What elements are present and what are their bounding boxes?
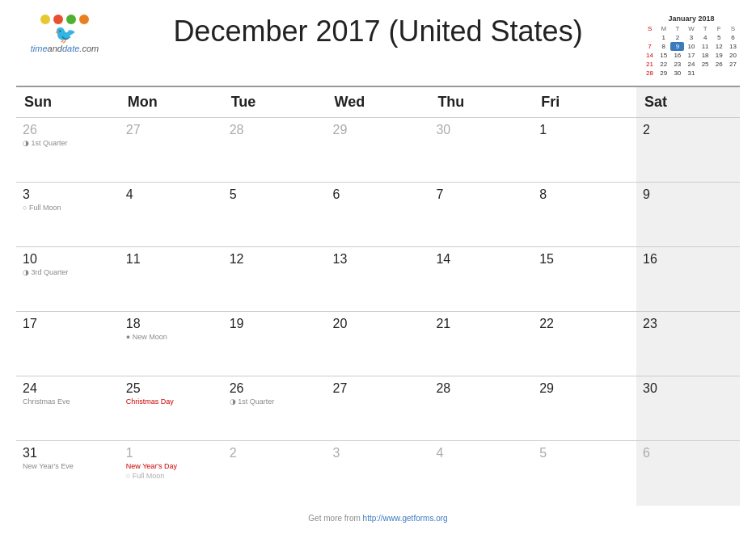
day-cell-dec15: 15 bbox=[533, 247, 636, 312]
mini-cell: 7 bbox=[643, 42, 657, 51]
logo-dots bbox=[40, 15, 89, 24]
day-cell-dec11: 11 bbox=[120, 247, 223, 312]
mini-cell: 22 bbox=[657, 60, 670, 69]
footer-link[interactable]: http://www.getforms.org bbox=[363, 514, 448, 523]
mini-cell: 9 bbox=[670, 42, 684, 51]
day-cell-jan4: 4 bbox=[429, 441, 533, 506]
day-cell-jan6: 6 bbox=[636, 441, 740, 506]
logo: 🐦 timeanddate.com bbox=[16, 15, 113, 53]
table-row: 17 18 ● New Moon 19 20 21 22 bbox=[16, 312, 740, 376]
day-cell-dec9: 9 bbox=[636, 183, 740, 247]
day-cell-nov30: 30 bbox=[429, 118, 533, 183]
day-cell-dec2: 2 bbox=[636, 118, 740, 183]
footer: Get more from http://www.getforms.org bbox=[0, 506, 756, 528]
day-cell-dec14: 14 bbox=[429, 247, 533, 312]
day-cell-dec28: 28 bbox=[429, 376, 533, 441]
day-cell-dec17: 17 bbox=[16, 312, 120, 376]
day-cell-dec18: 18 ● New Moon bbox=[120, 312, 223, 376]
day-cell-dec3: 3 ○ Full Moon bbox=[16, 183, 120, 247]
mini-cell: 20 bbox=[726, 51, 740, 60]
day-cell-dec16: 16 bbox=[636, 247, 740, 312]
day-cell-dec29: 29 bbox=[533, 376, 636, 441]
col-header-sun: Sun bbox=[16, 86, 120, 118]
mini-cell: 6 bbox=[726, 33, 740, 42]
mini-cell: 15 bbox=[657, 51, 670, 60]
mini-cell: 28 bbox=[643, 69, 657, 78]
col-header-thu: Thu bbox=[429, 86, 533, 118]
mini-cell: 18 bbox=[699, 51, 712, 60]
day-cell-dec21: 21 bbox=[429, 312, 533, 376]
day-cell-nov29: 29 bbox=[327, 118, 430, 183]
mini-cell: 21 bbox=[643, 60, 657, 69]
mini-cell bbox=[699, 69, 712, 78]
mini-cell: 16 bbox=[670, 51, 684, 60]
day-cell-jan5: 5 bbox=[533, 441, 636, 506]
calendar-table: Sun Mon Tue Wed Thu Fri Sat 26 ◑ 1st Qua… bbox=[16, 86, 740, 506]
day-cell-dec4: 4 bbox=[120, 183, 223, 247]
logo-dot-green bbox=[66, 15, 76, 24]
main-title: December 2017 (United States) bbox=[113, 15, 643, 48]
day-cell-nov26: 26 ◑ 1st Quarter bbox=[16, 118, 120, 183]
mini-cell: 30 bbox=[670, 69, 684, 78]
day-cell-dec26: 26 ◑ 1st Quarter bbox=[223, 376, 327, 441]
mini-cell: 3 bbox=[684, 33, 698, 42]
day-cell-jan2: 2 bbox=[223, 441, 327, 506]
day-cell-dec24: 24 Christmas Eve bbox=[16, 376, 120, 441]
day-cell-dec19: 19 bbox=[223, 312, 327, 376]
mini-cal-title: January 2018 bbox=[643, 15, 740, 23]
day-cell-dec12: 12 bbox=[223, 247, 327, 312]
day-cell-dec22: 22 bbox=[533, 312, 636, 376]
mini-cell: 8 bbox=[657, 42, 670, 51]
day-cell-dec1: 1 bbox=[533, 118, 636, 183]
logo-bird-icon: 🐦 bbox=[54, 26, 76, 44]
col-header-fri: Fri bbox=[533, 86, 636, 118]
logo-dot-red bbox=[53, 15, 63, 24]
col-header-mon: Mon bbox=[120, 86, 223, 118]
logo-dot-orange bbox=[79, 15, 89, 24]
mini-col-thu: T bbox=[699, 24, 712, 33]
mini-cell: 4 bbox=[699, 33, 712, 42]
calendar-title-area: December 2017 (United States) bbox=[113, 15, 643, 48]
day-cell-dec23: 23 bbox=[636, 312, 740, 376]
mini-col-wed: W bbox=[684, 24, 698, 33]
mini-col-tue: T bbox=[670, 24, 684, 33]
mini-calendar: January 2018 S M T W T F S bbox=[643, 15, 740, 78]
mini-cell: 25 bbox=[699, 60, 712, 69]
mini-cell: 2 bbox=[670, 33, 684, 42]
mini-cell: 1 bbox=[657, 33, 670, 42]
table-row: 31 New Year's Eve 1 New Year's Day ○ Ful… bbox=[16, 441, 740, 506]
table-row: 10 ◑ 3rd Quarter 11 12 13 14 15 bbox=[16, 247, 740, 312]
mini-cell: 29 bbox=[657, 69, 670, 78]
day-cell-dec27: 27 bbox=[327, 376, 430, 441]
day-cell-dec31: 31 New Year's Eve bbox=[16, 441, 120, 506]
day-cell-dec20: 20 bbox=[327, 312, 430, 376]
day-cell-jan3: 3 bbox=[327, 441, 430, 506]
mini-col-mon: M bbox=[657, 24, 670, 33]
day-cell-dec8: 8 bbox=[533, 183, 636, 247]
day-cell-dec13: 13 bbox=[327, 247, 430, 312]
mini-col-sun: S bbox=[643, 24, 657, 33]
day-cell-dec6: 6 bbox=[327, 183, 430, 247]
table-row: 26 ◑ 1st Quarter 27 28 29 30 1 bbox=[16, 118, 740, 183]
table-row: 3 ○ Full Moon 4 5 6 7 8 bbox=[16, 183, 740, 247]
col-header-wed: Wed bbox=[327, 86, 430, 118]
day-cell-dec30: 30 bbox=[636, 376, 740, 441]
mini-cell bbox=[726, 69, 740, 78]
mini-col-fri: F bbox=[712, 24, 726, 33]
day-cell-dec7: 7 bbox=[429, 183, 533, 247]
day-cell-dec25: 25 Christmas Day bbox=[120, 376, 223, 441]
day-cell-jan1: 1 New Year's Day ○ Full Moon bbox=[120, 441, 223, 506]
mini-cell: 12 bbox=[712, 42, 726, 51]
day-cell-dec5: 5 bbox=[223, 183, 327, 247]
footer-text: Get more from bbox=[308, 514, 362, 523]
table-row: 24 Christmas Eve 25 Christmas Day 26 ◑ 1… bbox=[16, 376, 740, 441]
mini-cell: 26 bbox=[712, 60, 726, 69]
mini-cell: 24 bbox=[684, 60, 698, 69]
calendar-container: Sun Mon Tue Wed Thu Fri Sat 26 ◑ 1st Qua… bbox=[0, 86, 756, 506]
mini-col-sat: S bbox=[726, 24, 740, 33]
mini-cell bbox=[712, 69, 726, 78]
mini-cell: 17 bbox=[684, 51, 698, 60]
mini-cal-grid: S M T W T F S 1 2 3 4 bbox=[643, 24, 740, 78]
logo-text: timeanddate.com bbox=[31, 44, 99, 53]
mini-cell: 23 bbox=[670, 60, 684, 69]
